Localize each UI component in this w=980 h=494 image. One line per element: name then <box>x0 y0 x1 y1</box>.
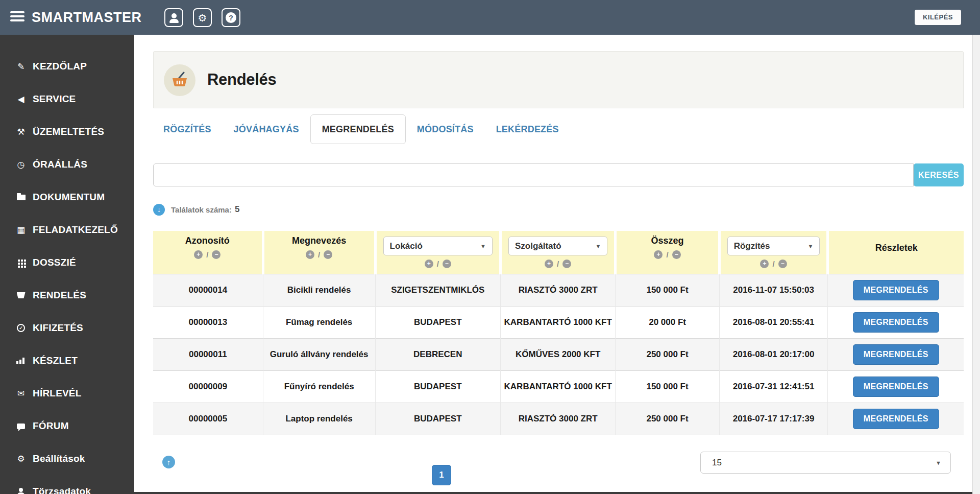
table-header-row: Azonosító +/− Megnevezés +/− Lokáció ▼ +… <box>153 231 964 274</box>
column-azonosito: Azonosító +/− <box>153 231 263 274</box>
results-label: Találatok száma: <box>171 205 232 214</box>
clock-icon: ◷ <box>13 159 29 170</box>
footer-edge <box>134 492 972 494</box>
column-reszletek: Részletek <box>828 231 964 274</box>
top-bar: SMARTMASTER ⚙ ? KILÉPÉS <box>0 0 980 35</box>
sort-desc-button[interactable]: − <box>443 260 451 268</box>
wrench-icon: ⚒ <box>13 127 29 137</box>
table-row: 00000005 Laptop rendelés BUDAPEST RIASZT… <box>153 403 964 435</box>
calendar-icon: ▦ <box>13 225 29 236</box>
gear-icon: ⚙ <box>198 13 207 23</box>
rogzites-filter-select[interactable]: Rögzítés ▼ <box>727 237 820 255</box>
sidebar-item-keszlet[interactable]: KÉSZLET <box>0 344 134 377</box>
search-button[interactable]: KERESÉS <box>914 163 964 186</box>
sidebar-item-dosszie[interactable]: DOSSZIÉ <box>0 246 134 279</box>
sidebar: ✎ KEZDŐLAP ◀ SERVICE ⚒ ÜZEMELTETÉS ◷ ÓRA… <box>0 35 134 494</box>
order-details-button[interactable]: MEGRENDELÉS <box>853 280 939 300</box>
person-icon <box>13 488 29 494</box>
search-input[interactable] <box>153 163 914 186</box>
sort-asc-button[interactable]: + <box>306 250 314 259</box>
sidebar-item-hirlevel[interactable]: ✉ HÍRLEVÉL <box>0 377 134 410</box>
order-details-button[interactable]: MEGRENDELÉS <box>853 344 939 365</box>
lokacio-filter-select[interactable]: Lokáció ▼ <box>383 237 493 255</box>
basket-icon <box>13 292 29 298</box>
pagination-page-1-button[interactable]: 1 <box>432 465 451 485</box>
envelope-icon: ✉ <box>13 388 29 399</box>
page-header: Rendelés <box>153 51 964 108</box>
sort-asc-button[interactable]: + <box>654 250 663 259</box>
sort-desc-button[interactable]: − <box>672 250 681 259</box>
sort-asc-button[interactable]: + <box>425 260 433 268</box>
gear-icon: ⚙ <box>13 454 29 464</box>
sidebar-item-rendeles[interactable]: RENDELÉS <box>0 279 134 312</box>
sidebar-item-oraallas[interactable]: ◷ ÓRAÁLLÁS <box>0 148 134 181</box>
sidebar-item-dokumentum[interactable]: DOKUMENTUM <box>0 181 134 214</box>
sort-desc-button[interactable]: − <box>212 250 220 259</box>
bar-chart-icon <box>13 358 29 364</box>
check-circle-icon: ✓ <box>13 324 29 332</box>
sidebar-item-forum[interactable]: FÓRUM <box>0 410 134 442</box>
chevron-down-icon: ▼ <box>808 243 814 249</box>
column-szolgaltato: Szolgáltató ▼ +/− <box>500 231 615 274</box>
column-rogzites: Rögzítés ▼ +/− <box>719 231 828 274</box>
sidebar-item-torzsadatok[interactable]: Törzsadatok <box>0 475 134 494</box>
sidebar-item-feladatkezelo[interactable]: ▦ FELADATKEZELŐ <box>0 214 134 246</box>
tab-bar: RÖGZÍTÉS JÓVÁHAGYÁS MEGRENDELÉS MÓDOSÍTÁ… <box>152 114 570 145</box>
sort-asc-button[interactable]: + <box>545 260 553 268</box>
table-row: 00000013 Fűmag rendelés BUDAPEST KARBANT… <box>153 306 964 338</box>
sort-desc-button[interactable]: − <box>778 260 787 268</box>
menu-toggle-button[interactable] <box>10 11 24 23</box>
user-button[interactable] <box>164 8 183 27</box>
szolgaltato-filter-select[interactable]: Szolgáltató ▼ <box>508 237 607 255</box>
question-icon: ? <box>226 12 236 23</box>
tab-modositas[interactable]: MÓDOSÍTÁS <box>406 114 485 144</box>
sidebar-item-uzemeltetes[interactable]: ⚒ ÜZEMELTETÉS <box>0 115 134 148</box>
sidebar-item-service[interactable]: ◀ SERVICE <box>0 83 134 115</box>
column-osszeg: Összeg +/− <box>616 231 719 274</box>
results-summary: ↓ Találatok száma: 5 <box>153 203 239 216</box>
table-row: 00000009 Fűnyíró rendelés BUDAPEST KARBA… <box>153 370 964 403</box>
tab-lekerdezes[interactable]: LEKÉRDEZÉS <box>485 114 570 144</box>
sort-asc-button[interactable]: + <box>194 250 203 259</box>
sort-desc-button[interactable]: − <box>562 260 571 268</box>
folder-icon <box>13 195 29 200</box>
speech-bubble-icon <box>13 424 29 429</box>
results-count: 5 <box>235 204 239 215</box>
search-bar: KERESÉS <box>153 163 964 186</box>
main-content: Rendelés RÖGZÍTÉS JÓVÁHAGYÁS MEGRENDELÉS… <box>134 35 972 494</box>
help-button[interactable]: ? <box>222 8 240 27</box>
pencil-icon: ✎ <box>13 61 29 72</box>
order-details-button[interactable]: MEGRENDELÉS <box>853 312 939 333</box>
order-details-button[interactable]: MEGRENDELÉS <box>853 377 939 397</box>
sidebar-item-kifizetes[interactable]: ✓ KIFIZETÉS <box>0 312 134 344</box>
column-megnevezes: Megnevezés +/− <box>263 231 375 274</box>
table-row: 00000014 Bicikli rendelés SZIGETSZENTMIK… <box>153 274 964 306</box>
orders-table: Azonosító +/− Megnevezés +/− Lokáció ▼ +… <box>153 231 964 435</box>
page-size-select[interactable]: 15 ▼ <box>700 452 951 474</box>
sidebar-item-beallitasok[interactable]: ⚙ Beállítások <box>0 442 134 475</box>
user-icon <box>168 13 180 23</box>
table-row: 00000011 Guruló állvány rendelés DEBRECE… <box>153 338 964 370</box>
tab-rogzites[interactable]: RÖGZÍTÉS <box>152 114 223 144</box>
scroll-to-top-button[interactable]: ↑ <box>162 456 175 468</box>
settings-button[interactable]: ⚙ <box>193 8 212 27</box>
logout-button[interactable]: KILÉPÉS <box>915 10 961 25</box>
column-lokacio: Lokáció ▼ +/− <box>375 231 500 274</box>
sort-desc-button[interactable]: − <box>324 250 332 259</box>
tab-jovahagyas[interactable]: JÓVÁHAGYÁS <box>223 114 310 144</box>
chevron-down-icon: ▼ <box>596 243 601 249</box>
scrollbar[interactable] <box>972 35 980 494</box>
basket-icon <box>164 64 195 96</box>
sidebar-item-kezdolap[interactable]: ✎ KEZDŐLAP <box>0 50 134 83</box>
chevron-down-icon: ▼ <box>936 460 941 466</box>
order-details-button[interactable]: MEGRENDELÉS <box>853 409 939 429</box>
megaphone-icon: ◀ <box>13 94 29 105</box>
arrow-down-circle-icon[interactable]: ↓ <box>153 204 165 216</box>
page-title: Rendelés <box>207 52 276 108</box>
chevron-down-icon: ▼ <box>480 243 486 249</box>
sort-asc-button[interactable]: + <box>760 260 769 268</box>
app-brand: SMARTMASTER <box>32 0 142 35</box>
tab-megrendeles[interactable]: MEGRENDELÉS <box>310 114 406 144</box>
